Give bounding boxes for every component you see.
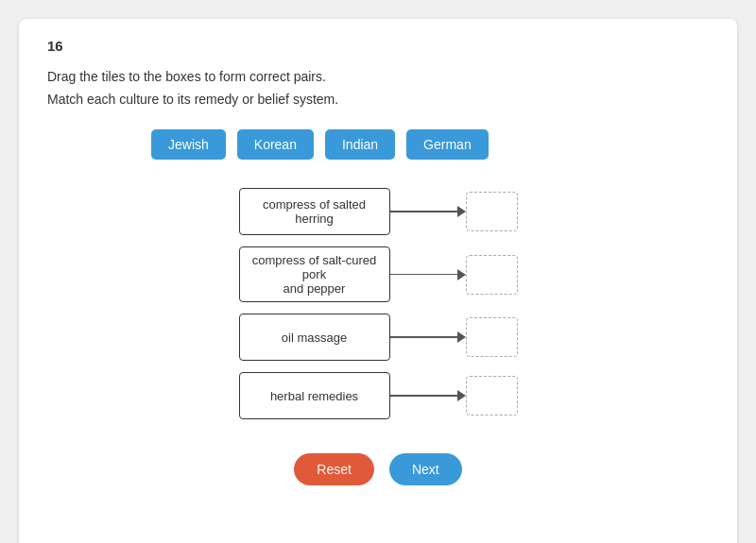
reset-button[interactable]: Reset <box>294 453 374 485</box>
tile-jewish[interactable]: Jewish <box>151 129 226 160</box>
tile-german[interactable]: German <box>406 129 489 160</box>
remedy-box-4: herbal remedies <box>239 372 390 419</box>
quiz-card: 16 Drag the tiles to the boxes to form c… <box>19 19 737 543</box>
pairs-area: compress of salted herring compress of s… <box>47 188 709 419</box>
next-button[interactable]: Next <box>389 453 462 485</box>
question-number: 16 <box>47 38 709 54</box>
tile-korean[interactable]: Korean <box>237 129 314 160</box>
remedy-box-2: compress of salt-cured pork and pepper <box>239 246 390 302</box>
pair-row-2: compress of salt-cured pork and pepper <box>239 246 518 302</box>
pair-row-1: compress of salted herring <box>239 188 518 235</box>
pair-row-4: herbal remedies <box>239 372 518 419</box>
tiles-row: Jewish Korean Indian German <box>47 129 709 160</box>
drop-box-2[interactable] <box>466 255 518 295</box>
arrow-3 <box>390 331 466 343</box>
drop-box-1[interactable] <box>466 192 518 231</box>
arrow-2 <box>390 269 466 280</box>
pair-row-3: oil massage <box>239 314 518 361</box>
arrow-1 <box>390 206 466 217</box>
remedy-box-3: oil massage <box>239 314 390 361</box>
tile-indian[interactable]: Indian <box>325 129 395 160</box>
arrow-4 <box>390 390 466 401</box>
instruction-1: Drag the tiles to the boxes to form corr… <box>47 69 709 84</box>
buttons-row: Reset Next <box>47 453 709 485</box>
remedy-box-1: compress of salted herring <box>239 188 390 235</box>
drop-box-4[interactable] <box>466 376 518 416</box>
instruction-2: Match each culture to its remedy or beli… <box>47 92 709 107</box>
drop-box-3[interactable] <box>466 317 518 357</box>
